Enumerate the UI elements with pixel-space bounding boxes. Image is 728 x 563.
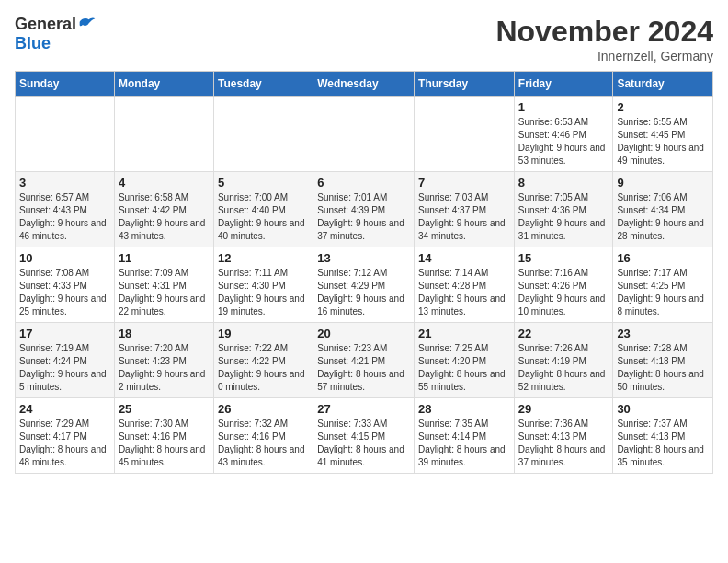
day-info: Sunrise: 7:20 AM Sunset: 4:23 PM Dayligh… bbox=[119, 342, 210, 394]
day-number: 29 bbox=[518, 402, 609, 416]
calendar-cell: 4Sunrise: 6:58 AM Sunset: 4:42 PM Daylig… bbox=[114, 172, 213, 247]
calendar-row-4: 24Sunrise: 7:29 AM Sunset: 4:17 PM Dayli… bbox=[16, 398, 713, 474]
calendar-cell: 11Sunrise: 7:09 AM Sunset: 4:31 PM Dayli… bbox=[114, 247, 213, 323]
day-number: 5 bbox=[218, 176, 309, 190]
calendar-cell: 15Sunrise: 7:16 AM Sunset: 4:26 PM Dayli… bbox=[514, 247, 613, 323]
day-info: Sunrise: 7:03 AM Sunset: 4:37 PM Dayligh… bbox=[418, 191, 510, 243]
day-info: Sunrise: 7:37 AM Sunset: 4:13 PM Dayligh… bbox=[617, 418, 709, 469]
day-info: Sunrise: 6:58 AM Sunset: 4:42 PM Dayligh… bbox=[119, 191, 210, 243]
day-info: Sunrise: 7:09 AM Sunset: 4:31 PM Dayligh… bbox=[119, 267, 210, 318]
calendar-cell: 28Sunrise: 7:35 AM Sunset: 4:14 PM Dayli… bbox=[415, 398, 515, 474]
day-info: Sunrise: 7:05 AM Sunset: 4:36 PM Dayligh… bbox=[518, 191, 609, 243]
day-info: Sunrise: 7:29 AM Sunset: 4:17 PM Dayligh… bbox=[19, 418, 110, 469]
location: Innernzell, Germany bbox=[495, 49, 713, 63]
day-number: 6 bbox=[317, 176, 410, 190]
day-number: 2 bbox=[617, 100, 709, 114]
header-cell-tuesday: Tuesday bbox=[213, 72, 313, 97]
calendar-cell: 26Sunrise: 7:32 AM Sunset: 4:16 PM Dayli… bbox=[213, 398, 313, 474]
calendar-cell: 23Sunrise: 7:28 AM Sunset: 4:18 PM Dayli… bbox=[613, 323, 713, 398]
day-info: Sunrise: 7:32 AM Sunset: 4:16 PM Dayligh… bbox=[218, 418, 309, 469]
calendar-cell: 24Sunrise: 7:29 AM Sunset: 4:17 PM Dayli… bbox=[16, 398, 115, 474]
day-info: Sunrise: 6:55 AM Sunset: 4:45 PM Dayligh… bbox=[617, 116, 709, 167]
header-cell-monday: Monday bbox=[114, 72, 213, 97]
month-year: November 2024 bbox=[495, 15, 713, 49]
day-number: 26 bbox=[218, 402, 309, 416]
calendar-cell: 3Sunrise: 6:57 AM Sunset: 4:43 PM Daylig… bbox=[16, 172, 115, 247]
calendar-cell bbox=[313, 97, 415, 172]
calendar-cell: 27Sunrise: 7:33 AM Sunset: 4:15 PM Dayli… bbox=[313, 398, 415, 474]
day-number: 3 bbox=[19, 176, 110, 190]
day-info: Sunrise: 7:36 AM Sunset: 4:13 PM Dayligh… bbox=[518, 418, 609, 469]
calendar-cell: 9Sunrise: 7:06 AM Sunset: 4:34 PM Daylig… bbox=[613, 172, 713, 247]
calendar-cell: 18Sunrise: 7:20 AM Sunset: 4:23 PM Dayli… bbox=[114, 323, 213, 398]
header-cell-friday: Friday bbox=[514, 72, 613, 97]
day-info: Sunrise: 7:14 AM Sunset: 4:28 PM Dayligh… bbox=[418, 267, 510, 318]
calendar-cell: 19Sunrise: 7:22 AM Sunset: 4:22 PM Dayli… bbox=[213, 323, 313, 398]
day-number: 20 bbox=[317, 327, 410, 340]
calendar-row-3: 17Sunrise: 7:19 AM Sunset: 4:24 PM Dayli… bbox=[16, 323, 713, 398]
logo-bird-icon bbox=[78, 16, 97, 34]
calendar-cell: 16Sunrise: 7:17 AM Sunset: 4:25 PM Dayli… bbox=[613, 247, 713, 323]
day-info: Sunrise: 7:25 AM Sunset: 4:20 PM Dayligh… bbox=[418, 342, 510, 394]
day-number: 25 bbox=[119, 402, 210, 416]
day-number: 11 bbox=[119, 251, 210, 265]
calendar-cell: 7Sunrise: 7:03 AM Sunset: 4:37 PM Daylig… bbox=[415, 172, 515, 247]
day-number: 16 bbox=[617, 251, 709, 265]
logo-general-text: General bbox=[15, 15, 76, 34]
day-number: 23 bbox=[617, 327, 709, 340]
day-number: 13 bbox=[317, 251, 410, 265]
page-header: General Blue November 2024 Innernzell, G… bbox=[15, 15, 713, 63]
day-number: 18 bbox=[119, 327, 210, 340]
day-number: 15 bbox=[518, 251, 609, 265]
day-number: 19 bbox=[218, 327, 309, 340]
day-info: Sunrise: 7:33 AM Sunset: 4:15 PM Dayligh… bbox=[317, 418, 410, 469]
calendar-cell: 17Sunrise: 7:19 AM Sunset: 4:24 PM Dayli… bbox=[16, 323, 115, 398]
calendar-row-0: 1Sunrise: 6:53 AM Sunset: 4:46 PM Daylig… bbox=[16, 97, 713, 172]
day-number: 27 bbox=[317, 402, 410, 416]
day-number: 28 bbox=[418, 402, 510, 416]
month-title: November 2024 Innernzell, Germany bbox=[495, 15, 713, 63]
header-row: SundayMondayTuesdayWednesdayThursdayFrid… bbox=[16, 72, 713, 97]
calendar-cell: 10Sunrise: 7:08 AM Sunset: 4:33 PM Dayli… bbox=[16, 247, 115, 323]
calendar-cell bbox=[213, 97, 313, 172]
day-number: 4 bbox=[119, 176, 210, 190]
day-info: Sunrise: 6:57 AM Sunset: 4:43 PM Dayligh… bbox=[19, 191, 110, 243]
day-number: 12 bbox=[218, 251, 309, 265]
day-number: 22 bbox=[518, 327, 609, 340]
day-info: Sunrise: 7:30 AM Sunset: 4:16 PM Dayligh… bbox=[119, 418, 210, 469]
calendar-cell: 20Sunrise: 7:23 AM Sunset: 4:21 PM Dayli… bbox=[313, 323, 415, 398]
day-number: 14 bbox=[418, 251, 510, 265]
calendar-table: SundayMondayTuesdayWednesdayThursdayFrid… bbox=[15, 71, 713, 474]
calendar-cell bbox=[16, 97, 115, 172]
day-number: 17 bbox=[19, 327, 110, 340]
day-info: Sunrise: 7:16 AM Sunset: 4:26 PM Dayligh… bbox=[518, 267, 609, 318]
day-number: 24 bbox=[19, 402, 110, 416]
calendar-cell: 21Sunrise: 7:25 AM Sunset: 4:20 PM Dayli… bbox=[415, 323, 515, 398]
calendar-cell: 1Sunrise: 6:53 AM Sunset: 4:46 PM Daylig… bbox=[514, 97, 613, 172]
day-number: 7 bbox=[418, 176, 510, 190]
calendar-row-2: 10Sunrise: 7:08 AM Sunset: 4:33 PM Dayli… bbox=[16, 247, 713, 323]
calendar-cell: 13Sunrise: 7:12 AM Sunset: 4:29 PM Dayli… bbox=[313, 247, 415, 323]
calendar-cell: 12Sunrise: 7:11 AM Sunset: 4:30 PM Dayli… bbox=[213, 247, 313, 323]
logo: General Blue bbox=[15, 15, 97, 53]
calendar-row-1: 3Sunrise: 6:57 AM Sunset: 4:43 PM Daylig… bbox=[16, 172, 713, 247]
calendar-cell: 8Sunrise: 7:05 AM Sunset: 4:36 PM Daylig… bbox=[514, 172, 613, 247]
day-number: 30 bbox=[617, 402, 709, 416]
calendar-cell: 14Sunrise: 7:14 AM Sunset: 4:28 PM Dayli… bbox=[415, 247, 515, 323]
day-info: Sunrise: 7:22 AM Sunset: 4:22 PM Dayligh… bbox=[218, 342, 309, 394]
day-number: 9 bbox=[617, 176, 709, 190]
day-number: 21 bbox=[418, 327, 510, 340]
calendar-cell: 5Sunrise: 7:00 AM Sunset: 4:40 PM Daylig… bbox=[213, 172, 313, 247]
calendar-header: SundayMondayTuesdayWednesdayThursdayFrid… bbox=[16, 72, 713, 97]
logo-blue-text: Blue bbox=[15, 34, 51, 53]
day-number: 1 bbox=[518, 100, 609, 114]
header-cell-thursday: Thursday bbox=[415, 72, 515, 97]
day-number: 8 bbox=[518, 176, 609, 190]
day-info: Sunrise: 7:12 AM Sunset: 4:29 PM Dayligh… bbox=[317, 267, 410, 318]
day-info: Sunrise: 6:53 AM Sunset: 4:46 PM Dayligh… bbox=[518, 116, 609, 167]
day-info: Sunrise: 7:35 AM Sunset: 4:14 PM Dayligh… bbox=[418, 418, 510, 469]
calendar-cell bbox=[415, 97, 515, 172]
calendar-cell: 25Sunrise: 7:30 AM Sunset: 4:16 PM Dayli… bbox=[114, 398, 213, 474]
day-info: Sunrise: 7:26 AM Sunset: 4:19 PM Dayligh… bbox=[518, 342, 609, 394]
calendar-cell bbox=[114, 97, 213, 172]
